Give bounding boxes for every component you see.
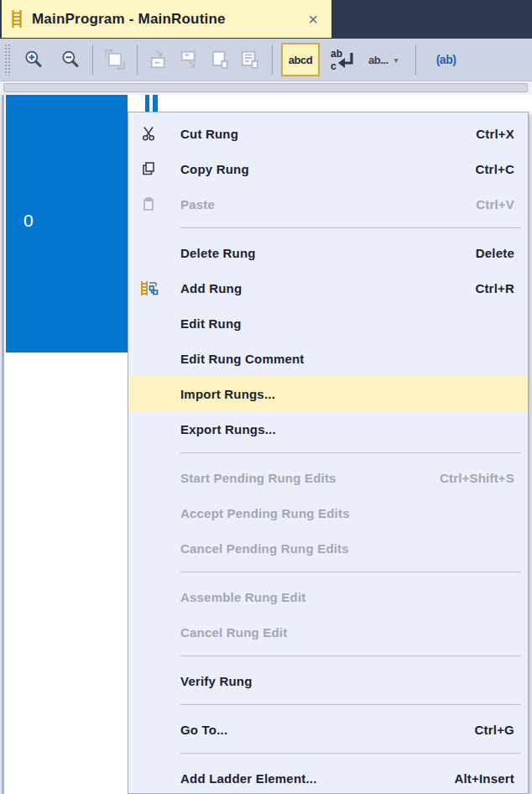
branch-out-button[interactable] xyxy=(175,44,205,76)
abcd-label: abcd xyxy=(289,54,312,66)
menu-item-shortcut: Ctrl+R xyxy=(475,281,514,295)
lined-box-with-trash-icon xyxy=(239,49,261,71)
toolbar-separator xyxy=(415,44,416,75)
menu-item-edit-rung[interactable]: Edit Rung xyxy=(128,306,528,341)
menu-item-shortcut: Delete xyxy=(476,246,514,260)
toolbar-grip-handle[interactable] xyxy=(4,44,12,76)
menu-item-export-rungs[interactable]: Export Rungs... xyxy=(128,411,528,447)
toggle-tag-display-button[interactable]: (ab) xyxy=(426,44,467,76)
menu-item-label: Copy Rung xyxy=(180,162,249,176)
rung-rail-marker xyxy=(145,95,149,112)
wrap-tag-names-button[interactable]: ab c xyxy=(325,44,362,76)
menu-item-assemble-rung-edit[interactable]: Assemble Rung Edit xyxy=(128,579,528,614)
menu-separator xyxy=(128,447,528,460)
canvas-left-edge xyxy=(0,95,6,794)
menu-separator xyxy=(128,222,528,235)
menu-item-label: Edit Rung Comment xyxy=(180,352,305,366)
copy-icon xyxy=(128,160,169,177)
chevron-down-icon[interactable]: ▾ xyxy=(394,55,399,65)
menu-item-shortcut: Ctrl+G xyxy=(475,723,514,737)
menu-item-copy-rung[interactable]: Copy Rung Ctrl+C xyxy=(128,151,528,186)
menu-item-label: Assemble Rung Edit xyxy=(180,590,305,604)
menu-item-shortcut: Ctrl+V xyxy=(476,197,514,212)
svg-text:c: c xyxy=(331,60,336,72)
add-rung-icon xyxy=(128,279,169,297)
menu-item-add-rung[interactable]: Add Rung Ctrl+R xyxy=(128,270,528,306)
menu-item-cancel-pending-rung-edits[interactable]: Cancel Pending Rung Edits xyxy=(128,530,528,566)
menu-item-label: Start Pending Rung Edits xyxy=(180,471,336,485)
menu-item-label: Add Ladder Element... xyxy=(180,771,317,786)
menu-item-label: Add Rung xyxy=(180,281,242,295)
zoom-in-button[interactable] xyxy=(18,44,49,76)
wrap-rung-button[interactable] xyxy=(100,44,130,76)
rung-0-header[interactable]: 0 xyxy=(6,95,128,353)
menu-item-label: Paste xyxy=(180,197,215,212)
arrow-out-of-box-icon xyxy=(179,49,201,71)
svg-text:ab: ab xyxy=(331,48,342,60)
tab-title: MainProgram - MainRoutine xyxy=(32,11,226,28)
menu-separator xyxy=(128,650,528,663)
tab-mainprogram-mainroutine[interactable]: MainProgram - MainRoutine × xyxy=(2,0,331,38)
menu-item-verify-rung[interactable]: Verify Rung xyxy=(128,663,528,698)
menu-item-label: Cancel Pending Rung Edits xyxy=(180,541,349,556)
menu-item-label: Delete Rung xyxy=(180,246,256,260)
menu-item-shortcut: Ctrl+Shift+S xyxy=(440,471,514,485)
menu-item-label: Export Rungs... xyxy=(180,422,276,436)
menu-item-label: Cancel Rung Edit xyxy=(180,625,287,640)
arrow-into-box-icon xyxy=(149,49,170,71)
menu-item-paste[interactable]: Paste Ctrl+V xyxy=(128,186,528,222)
truncate-names-dropdown[interactable]: ab... ▾ xyxy=(365,44,402,76)
branch-in-button[interactable] xyxy=(144,44,175,76)
ab-wrap-icon: ab c xyxy=(329,47,357,72)
scissors-icon xyxy=(128,125,169,142)
tab-bar: MainProgram - MainRoutine × xyxy=(0,0,532,39)
splitter-bar[interactable] xyxy=(3,83,528,92)
delete-comment-button[interactable] xyxy=(235,44,265,76)
menu-item-import-rungs[interactable]: Import Rungs... xyxy=(128,376,528,411)
menu-item-add-ladder-element[interactable]: Add Ladder Element... Alt+Insert xyxy=(128,760,528,794)
menu-item-cancel-rung-edit[interactable]: Cancel Rung Edit xyxy=(128,614,528,650)
zoom-out-icon xyxy=(60,50,81,70)
rung-context-menu: Cut Rung Ctrl+X Copy Rung Ctrl+C xyxy=(128,112,529,794)
paste-icon xyxy=(128,196,169,212)
menu-item-delete-rung[interactable]: Delete Rung Delete xyxy=(128,235,528,270)
wrap-rung-icon xyxy=(104,49,126,71)
show-descriptions-toggle-button[interactable]: abcd xyxy=(281,43,320,76)
tab-close-icon[interactable]: × xyxy=(303,11,323,28)
menu-item-edit-rung-comment[interactable]: Edit Rung Comment xyxy=(128,341,528,376)
menu-item-label: Go To... xyxy=(180,723,227,737)
ladder-routine-icon xyxy=(10,9,23,29)
ab-paren-label: (ab) xyxy=(436,53,456,66)
box-with-trash-icon xyxy=(209,49,231,71)
menu-item-start-pending-rung-edits[interactable]: Start Pending Rung Edits Ctrl+Shift+S xyxy=(128,460,528,495)
menu-item-shortcut: Ctrl+C xyxy=(475,162,514,176)
menu-item-label: Cut Rung xyxy=(180,127,238,141)
delete-branch-button[interactable] xyxy=(205,44,235,76)
rung-number: 0 xyxy=(23,211,34,231)
zoom-out-button[interactable] xyxy=(55,44,86,76)
ab-ellipsis-label: ab... xyxy=(368,54,389,66)
rung-rail-marker xyxy=(153,95,158,112)
menu-item-cut-rung[interactable]: Cut Rung Ctrl+X xyxy=(128,116,528,151)
menu-item-shortcut: Alt+Insert xyxy=(454,771,514,786)
toolbar-separator xyxy=(137,44,138,75)
menu-item-accept-pending-rung-edits[interactable]: Accept Pending Rung Edits xyxy=(128,495,528,530)
menu-item-label: Edit Rung xyxy=(180,316,242,331)
collapsed-splitter-row xyxy=(0,81,532,95)
zoom-in-icon xyxy=(23,50,44,70)
ladder-editor-window: MainProgram - MainRoutine × xyxy=(0,0,532,794)
menu-item-label: Accept Pending Rung Edits xyxy=(180,506,350,520)
menu-separator xyxy=(128,698,528,712)
menu-separator xyxy=(128,747,528,760)
menu-item-label: Verify Rung xyxy=(180,674,253,688)
menu-item-shortcut: Ctrl+X xyxy=(476,127,514,141)
menu-item-label: Import Rungs... xyxy=(180,387,275,401)
menu-separator xyxy=(128,566,528,579)
toolbar-separator xyxy=(272,44,273,75)
menu-item-go-to[interactable]: Go To... Ctrl+G xyxy=(128,712,528,747)
ladder-toolbar: abcd ab c ab... ▾ (ab) xyxy=(0,39,532,81)
toolbar-separator xyxy=(92,44,93,75)
